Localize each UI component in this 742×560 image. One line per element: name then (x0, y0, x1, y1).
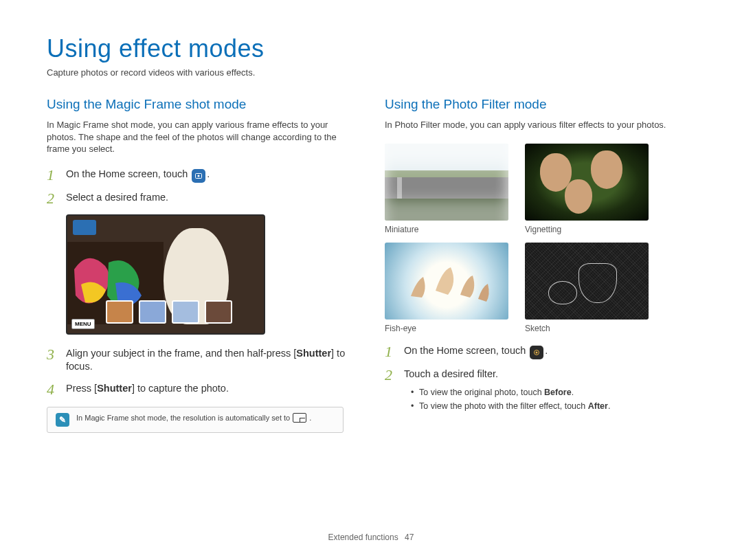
step-text-bold: Shutter (97, 383, 132, 394)
right-section-heading: Using the Photo Filter mode (385, 97, 695, 112)
left-column: Using the Magic Frame shot mode In Magic… (47, 97, 357, 433)
mode-icon-overlay (73, 220, 96, 235)
step-number: 1 (385, 344, 397, 359)
step-text-fragment: . (545, 345, 548, 356)
filter-sample-sketch: Sketch (525, 243, 649, 333)
page-footer: Extended functions 47 (0, 533, 742, 542)
right-column: Using the Photo Filter mode In Photo Fil… (385, 97, 695, 433)
sample-image (385, 243, 508, 320)
bullet-fragment: . (608, 401, 610, 411)
left-step-2: 2 Select a desired frame. (47, 191, 357, 206)
filter-sample-vignetting: Vignetting (525, 144, 649, 234)
filter-label: Vignetting (525, 225, 649, 234)
step-text: On the Home screen, touch . (404, 344, 548, 359)
note-fragment: In Magic Frame shot mode, the resolution… (76, 414, 290, 422)
sub-bullet-list: To view the original photo, touch Before… (411, 385, 695, 413)
svg-point-5 (536, 351, 538, 353)
footer-page-number: 47 (405, 533, 414, 542)
step-number: 4 (47, 382, 59, 397)
filter-samples-grid: Miniature Vignetting (385, 144, 695, 333)
svg-point-1 (198, 175, 200, 177)
step-text-fragment: Align your subject in the frame, and the… (66, 348, 296, 359)
step-number: 2 (385, 368, 397, 383)
frame-thumb (106, 300, 133, 324)
filter-sample-fisheye: Fish-eye (385, 243, 508, 333)
frame-thumb (139, 300, 166, 324)
photo-filter-icon (530, 346, 543, 359)
step-text: Select a desired frame. (66, 191, 168, 205)
step-number: 1 (47, 168, 59, 183)
step-text: Touch a desired filter. (404, 368, 498, 381)
magic-frame-icon (192, 169, 205, 183)
step-number: 3 (47, 347, 59, 362)
two-column-layout: Using the Magic Frame shot mode In Magic… (47, 97, 695, 433)
manual-page: Using effect modes Capture photos or rec… (0, 0, 742, 560)
resolution-icon (293, 413, 306, 423)
bullet-fragment: To view the original photo, touch (419, 388, 544, 397)
note-box: ✎ In Magic Frame shot mode, the resoluti… (47, 407, 344, 433)
frame-thumb (172, 300, 199, 324)
filter-sample-miniature: Miniature (385, 144, 508, 234)
bullet-fragment: To view the photo with the filter effect… (419, 401, 588, 411)
left-step-3: 3 Align your subject in the frame, and t… (47, 347, 357, 374)
sample-image (385, 144, 508, 221)
right-section-intro: In Photo Filter mode, you can apply vari… (385, 119, 695, 131)
step-text-bold: Shutter (296, 348, 331, 359)
step-text-fragment: On the Home screen, touch (404, 345, 528, 356)
step-text-fragment: ] to capture the photo. (132, 383, 229, 394)
step-text: On the Home screen, touch . (66, 168, 210, 183)
filter-label: Sketch (525, 324, 649, 333)
filter-label: Miniature (385, 225, 508, 234)
left-step-1: 1 On the Home screen, touch . (47, 168, 357, 183)
sub-bullet: To view the original photo, touch Before… (411, 385, 695, 399)
left-section-intro: In Magic Frame shot mode, you can apply … (47, 119, 357, 155)
sample-image (525, 144, 649, 221)
page-title: Using effect modes (47, 34, 695, 63)
right-step-1: 1 On the Home screen, touch . (385, 344, 695, 359)
note-fragment: . (309, 414, 311, 422)
step-text-fragment: On the Home screen, touch (66, 168, 190, 179)
bullet-bold: Before (544, 388, 572, 397)
footer-section-label: Extended functions (328, 533, 398, 542)
bullet-fragment: . (572, 388, 574, 397)
note-text: In Magic Frame shot mode, the resolution… (76, 413, 311, 423)
step-text-fragment: . (207, 168, 210, 179)
frame-thumb (205, 300, 232, 324)
step-number: 2 (47, 191, 59, 206)
right-step-2: 2 Touch a desired filter. (385, 368, 695, 383)
bullet-bold: After (588, 401, 608, 411)
left-step-4: 4 Press [Shutter] to capture the photo. (47, 382, 357, 397)
menu-badge: MENU (71, 319, 95, 329)
page-subtitle: Capture photos or record videos with var… (47, 67, 695, 78)
sample-image (525, 243, 649, 320)
camera-ui-preview: MENU (66, 214, 265, 335)
step-text: Press [Shutter] to capture the photo. (66, 382, 229, 396)
step-text-fragment: Press [ (66, 383, 97, 394)
step-text: Align your subject in the frame, and the… (66, 347, 357, 374)
sub-bullet: To view the photo with the filter effect… (411, 399, 695, 413)
info-icon: ✎ (56, 413, 69, 427)
filter-label: Fish-eye (385, 324, 508, 333)
left-section-heading: Using the Magic Frame shot mode (47, 97, 357, 112)
